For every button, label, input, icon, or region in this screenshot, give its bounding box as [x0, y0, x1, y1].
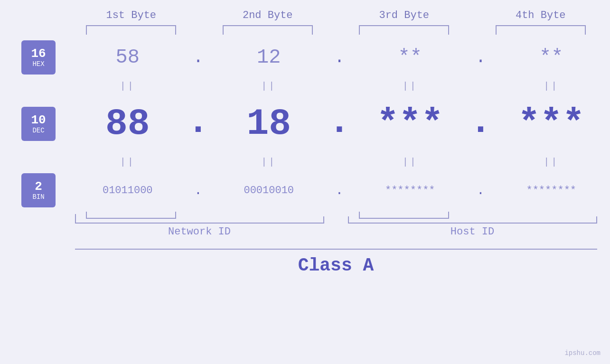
dec-badge: 10 DEC — [21, 107, 56, 141]
bin-byte-2: 00010010 — [210, 185, 328, 196]
bin-badge-wrapper: 2 BIN — [21, 171, 69, 209]
dec-byte-1: 88 — [69, 103, 187, 145]
byte-header-3: 3rd Byte — [348, 9, 461, 21]
main-container: 1st Byte 2nd Byte 3rd Byte 4th Byte — [0, 0, 610, 364]
dec-byte-4: *** — [493, 103, 610, 145]
byte-header-4: 4th Byte — [484, 9, 597, 21]
hex-badge-wrapper: 16 HEX — [21, 38, 69, 76]
hex-byte-4: ** — [493, 46, 610, 69]
dec-byte-2: 18 — [210, 103, 328, 145]
hex-byte-2: 12 — [210, 46, 328, 69]
bytes-column: 58 . 12 . ** . ** || || || || 88 — [69, 38, 610, 209]
hex-badge: 16 HEX — [21, 40, 56, 75]
eq-spacer-1 — [21, 76, 69, 95]
bin-byte-4: ******** — [493, 185, 610, 196]
content-area: 16 HEX 10 DEC 2 BIN — [0, 38, 610, 209]
dec-byte-3: *** — [351, 103, 469, 145]
dec-sep-3: . — [469, 101, 493, 147]
id-bracket-area: Network ID Host ID — [75, 216, 597, 245]
host-id-label: Host ID — [348, 226, 597, 238]
hex-byte-1: 58 — [69, 46, 187, 69]
top-brackets-row — [75, 25, 597, 38]
bin-row: 01011000 . 00010010 . ******** . *******… — [69, 171, 610, 209]
bin-byte-3: ******** — [351, 185, 469, 196]
class-label: Class A — [298, 255, 374, 276]
bin-sep-1: . — [187, 183, 210, 198]
eq-2-byte4: || — [493, 157, 610, 168]
eq-2-byte3: || — [351, 157, 469, 168]
class-label-container: Class A — [75, 249, 597, 276]
dec-badge-wrapper: 10 DEC — [21, 95, 69, 152]
hex-row: 58 . 12 . ** . ** — [69, 38, 610, 76]
bin-byte-1: 01011000 — [69, 185, 187, 196]
eq-spacer-2 — [21, 152, 69, 171]
dec-row: 88 . 18 . *** . *** — [69, 95, 610, 152]
eq-1-byte2: || — [210, 81, 328, 92]
bracket-top-2 — [211, 25, 324, 38]
bracket-top-4 — [484, 25, 597, 38]
watermark: ipshu.com — [564, 349, 601, 357]
bin-sep-3: . — [469, 183, 493, 198]
hex-sep-1: . — [187, 48, 210, 67]
hex-byte-3: ** — [351, 46, 469, 69]
byte-headers-row: 1st Byte 2nd Byte 3rd Byte 4th Byte — [75, 9, 597, 21]
eq-1-byte3: || — [351, 81, 469, 92]
byte-header-1: 1st Byte — [75, 9, 188, 21]
bracket-top-3 — [348, 25, 461, 38]
eq-row-1: || || || || — [69, 76, 610, 95]
network-id-label: Network ID — [75, 226, 324, 238]
bracket-top-1 — [75, 25, 188, 38]
eq-1-byte1: || — [69, 81, 187, 92]
eq-1-byte4: || — [493, 81, 610, 92]
network-id-bracket — [75, 216, 324, 224]
badges-column: 16 HEX 10 DEC 2 BIN — [0, 38, 69, 209]
bin-sep-2: . — [328, 183, 351, 198]
byte-header-2: 2nd Byte — [211, 9, 324, 21]
eq-row-2: || || || || — [69, 152, 610, 171]
hex-sep-2: . — [328, 48, 351, 67]
eq-2-byte1: || — [69, 157, 187, 168]
host-id-bracket — [348, 216, 597, 224]
bin-badge: 2 BIN — [21, 173, 56, 207]
dec-sep-2: . — [328, 101, 351, 147]
hex-sep-3: . — [469, 48, 493, 67]
dec-sep-1: . — [187, 101, 210, 147]
eq-2-byte2: || — [210, 157, 328, 168]
